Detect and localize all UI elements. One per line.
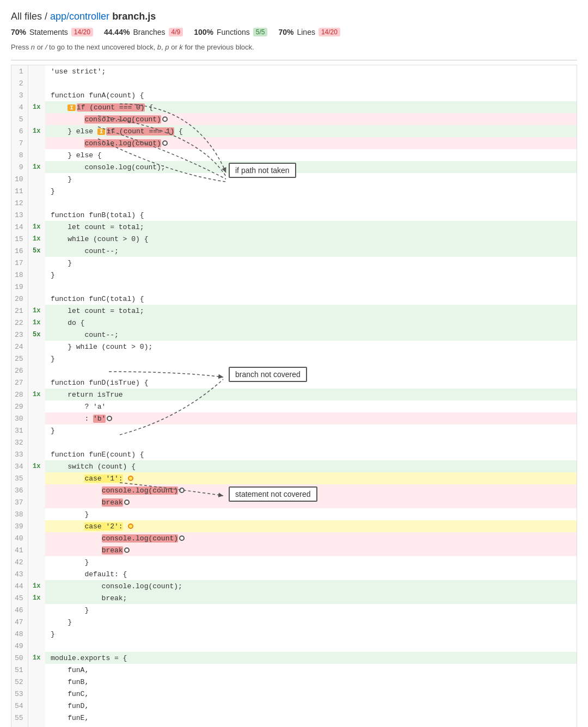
hint-text: Press n or / to go to the next uncovered… — [11, 43, 577, 51]
table-row: 17 } — [11, 257, 577, 269]
breadcrumb-prefix: All files / — [11, 11, 50, 22]
table-row: 30 : 'b' — [11, 412, 577, 424]
breadcrumb: All files / app/controller branch.js — [11, 11, 577, 22]
table-row: 52 funB, — [11, 676, 577, 688]
table-row: 21 1x let count = total; — [11, 305, 577, 317]
table-row: 12 — [11, 197, 577, 209]
table-row: 4 1x Iif (count === 0) { — [11, 101, 577, 113]
stat-functions: 100% Functions 5/5 — [194, 28, 267, 36]
table-row: 31 } — [11, 424, 577, 436]
table-row: 18 } — [11, 269, 577, 281]
table-row: 8 } else { — [11, 149, 577, 161]
table-row: 39 case '2': — [11, 520, 577, 532]
table-row: 42 } — [11, 556, 577, 568]
annotation-path-not-taken: if path not taken — [229, 163, 296, 178]
table-row: 24 } while (count > 0); — [11, 341, 577, 353]
table-row: 22 1x do { — [11, 317, 577, 329]
table-row: 53 funC, — [11, 688, 577, 700]
annotation-branch-not-covered: branch not covered — [229, 367, 307, 382]
divider — [11, 60, 577, 60]
table-row: 38 } — [11, 508, 577, 520]
table-row: 54 funD, — [11, 700, 577, 712]
annotation-statement-not-covered: statement not covered — [229, 486, 317, 502]
stat-statements: 70% Statements 14/20 — [11, 28, 93, 36]
table-row: 6 1x } else Iif (count === 1) { — [11, 125, 577, 137]
breadcrumb-path-link[interactable]: app/controller — [50, 11, 109, 22]
table-row: 35 case '1': — [11, 472, 577, 484]
code-section: 1 'use strict'; 2 3 function funA(count)… — [11, 65, 577, 727]
table-row: 15 1x while (count > 0) { — [11, 233, 577, 245]
table-row: 16 5x count--; — [11, 245, 577, 257]
stat-lines: 70% Lines 14/20 — [278, 28, 340, 36]
table-row: 28 1x return isTrue — [11, 389, 577, 401]
table-row: 50 1x module.exports = { — [11, 652, 577, 664]
table-row: 20 function funC(total) { — [11, 293, 577, 305]
table-row: 41 break — [11, 544, 577, 556]
table-row: 2 — [11, 77, 577, 89]
table-row: 32 — [11, 436, 577, 448]
table-row: 45 1x break; — [11, 592, 577, 604]
table-row: 55 funE, — [11, 712, 577, 724]
table-row: 11 } — [11, 185, 577, 197]
stat-branches: 44.44% Branches 4/9 — [104, 28, 183, 36]
table-row: 51 funA, — [11, 664, 577, 676]
table-row: 49 — [11, 640, 577, 652]
table-row: 29 ? 'a' — [11, 401, 577, 412]
table-row: 47 } — [11, 616, 577, 628]
table-row: 40 console.log(count) — [11, 532, 577, 544]
table-row: 14 1x let count = total; — [11, 221, 577, 233]
table-row: 7 console.log(count) — [11, 137, 577, 149]
table-row: 43 default: { — [11, 568, 577, 580]
table-row: 44 1x console.log(count); — [11, 580, 577, 592]
table-row: 19 — [11, 281, 577, 293]
breadcrumb-filename: branch.js — [112, 11, 156, 22]
table-row: 23 5x count--; — [11, 329, 577, 341]
table-row: 25 } — [11, 353, 577, 365]
table-row: 34 1x switch (count) { — [11, 460, 577, 472]
stats-bar: 70% Statements 14/20 44.44% Branches 4/9… — [11, 28, 577, 36]
table-row: 3 function funA(count) { — [11, 89, 577, 101]
table-row: 48 } — [11, 628, 577, 640]
table-row: 46 } — [11, 604, 577, 616]
table-row: 5 console.log(count) — [11, 113, 577, 125]
table-row: 56 }; — [11, 724, 577, 727]
table-row: 33 function funE(count) { — [11, 448, 577, 460]
table-row: 13 function funB(total) { — [11, 209, 577, 221]
table-row: 1 'use strict'; — [11, 65, 577, 77]
